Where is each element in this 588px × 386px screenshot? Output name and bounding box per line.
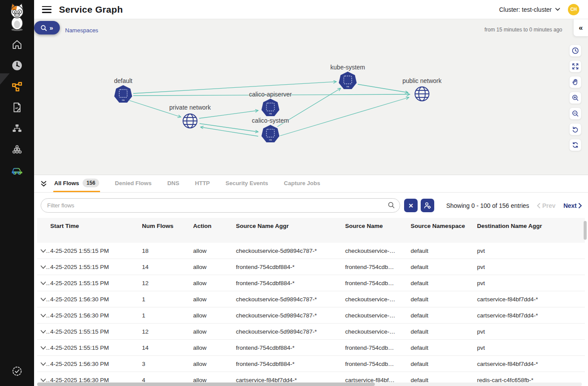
col-start-time[interactable]: Start Time bbox=[50, 223, 142, 230]
sidebar-item-home[interactable] bbox=[11, 38, 23, 51]
zoom-in-icon bbox=[572, 94, 579, 101]
table-row[interactable]: 4-25-2025 1:55:15 PM 12 allow checkoutse… bbox=[37, 324, 585, 340]
double-chevron-down-icon bbox=[40, 180, 47, 187]
graph-node-label: default bbox=[114, 77, 132, 84]
svg-text:ns: ns bbox=[269, 138, 272, 141]
cluster-selector-label: Cluster: test-cluster bbox=[499, 6, 552, 13]
time-range-label: from 15 minutes to 0 minutes ago bbox=[484, 27, 562, 33]
sidebar-item-dashboard[interactable] bbox=[11, 59, 23, 72]
clear-filter-button[interactable]: ✕ bbox=[404, 199, 418, 212]
table-row[interactable]: 4-25-2025 1:55:15 PM 14 allow frontend-7… bbox=[37, 259, 585, 275]
expand-row-icon[interactable] bbox=[41, 379, 46, 382]
col-source-name[interactable]: Source Name bbox=[345, 223, 411, 230]
horizontal-scrollbar[interactable] bbox=[37, 383, 582, 386]
graph-node-label: kube-system bbox=[330, 64, 365, 71]
tab-label: All Flows bbox=[54, 180, 79, 186]
expand-row-icon[interactable] bbox=[41, 346, 46, 350]
tab-security-events[interactable]: Security Events bbox=[225, 175, 269, 192]
flows-panel: All Flows 156 Denied Flows DNS HTTP Secu… bbox=[34, 175, 588, 386]
graph-node-label: calico-system bbox=[252, 117, 289, 124]
expand-row-icon[interactable] bbox=[41, 314, 46, 317]
sidebar-item-service-graph[interactable] bbox=[11, 80, 23, 93]
col-source-name-aggr[interactable]: Source Name Aggr bbox=[236, 223, 345, 230]
undo-icon bbox=[572, 126, 579, 133]
expand-row-icon[interactable] bbox=[41, 249, 46, 253]
flow-count-badge: 156 bbox=[83, 179, 99, 187]
graph-node-calico-system[interactable]: ns bbox=[261, 124, 280, 144]
chevron-left-icon bbox=[537, 203, 540, 208]
page-title: Service Graph bbox=[59, 4, 123, 15]
car-icon bbox=[11, 165, 23, 176]
tab-all-flows[interactable]: All Flows 156 bbox=[53, 175, 100, 192]
sidebar-item-compliance[interactable] bbox=[11, 365, 23, 377]
prev-page-button[interactable]: Prev bbox=[537, 202, 555, 209]
collapse-flows-button[interactable] bbox=[40, 180, 47, 187]
refresh-icon bbox=[572, 141, 579, 148]
double-chevron-left-icon: « bbox=[579, 24, 583, 32]
refresh-button[interactable] bbox=[569, 139, 581, 151]
expand-row-icon[interactable] bbox=[41, 282, 46, 285]
gauge-icon bbox=[12, 60, 22, 71]
col-num-flows[interactable]: Num Flows bbox=[142, 223, 193, 230]
col-dest-name-aggr[interactable]: Destination Name Aggr bbox=[477, 223, 585, 230]
svg-text:ns: ns bbox=[269, 112, 272, 115]
table-row[interactable]: 4-25-2025 1:55:15 PM 14 allow frontend-7… bbox=[37, 340, 585, 356]
expand-row-icon[interactable] bbox=[41, 330, 46, 334]
tab-denied-flows[interactable]: Denied Flows bbox=[114, 175, 152, 192]
table-row[interactable]: 4-25-2025 1:55:15 PM 18 allow checkoutse… bbox=[37, 243, 585, 259]
sitemap-icon bbox=[12, 123, 22, 134]
zoom-out-icon bbox=[572, 110, 579, 117]
calico-cat-logo[interactable] bbox=[7, 3, 28, 31]
expand-icon bbox=[572, 63, 579, 70]
user-gear-icon bbox=[424, 202, 431, 209]
svg-text:ns: ns bbox=[122, 99, 125, 101]
flows-tabbar: All Flows 156 Denied Flows DNS HTTP Secu… bbox=[34, 175, 588, 193]
expand-row-icon[interactable] bbox=[41, 265, 46, 269]
horizontal-scrollbar-thumb[interactable] bbox=[37, 383, 375, 386]
tab-http[interactable]: HTTP bbox=[194, 175, 211, 192]
filter-flows-input[interactable] bbox=[41, 198, 400, 213]
tab-capture-jobs[interactable]: Capture Jobs bbox=[283, 175, 321, 192]
pan-button[interactable] bbox=[569, 76, 581, 88]
vertical-scrollbar-thumb[interactable] bbox=[584, 221, 587, 240]
search-icon bbox=[41, 25, 47, 31]
expand-row-icon[interactable] bbox=[41, 298, 46, 301]
graph-node-default[interactable]: ns bbox=[114, 85, 133, 104]
chevron-down-icon bbox=[555, 8, 560, 11]
cluster-icon bbox=[12, 144, 22, 155]
zoom-in-button[interactable] bbox=[569, 92, 581, 104]
filter-row: ✕ Showing 0 - 100 of 156 entries Prev Ne… bbox=[34, 193, 588, 218]
graph-node-calico-apiserver[interactable]: ns bbox=[261, 98, 280, 117]
check-badge-icon bbox=[11, 365, 23, 377]
graph-node-public-network[interactable] bbox=[414, 86, 430, 102]
table-row[interactable]: 4-25-2025 1:56:30 PM 1 allow checkoutser… bbox=[37, 307, 585, 324]
avatar[interactable]: CH bbox=[568, 4, 579, 15]
sidebar-item-clusters[interactable] bbox=[11, 143, 23, 155]
expand-row-icon[interactable] bbox=[41, 362, 46, 366]
expand-search-icon: » bbox=[49, 24, 53, 31]
next-page-button[interactable]: Next bbox=[564, 202, 582, 209]
cluster-selector[interactable]: Cluster: test-cluster bbox=[499, 6, 560, 13]
undo-layout-button[interactable] bbox=[569, 123, 581, 135]
graph-search-button[interactable]: » bbox=[34, 21, 60, 34]
fit-view-button[interactable] bbox=[569, 60, 581, 72]
graph-node-private-network[interactable] bbox=[182, 113, 198, 129]
col-action[interactable]: Action bbox=[193, 223, 236, 230]
tab-dns[interactable]: DNS bbox=[166, 175, 180, 192]
graph-node-kube-system[interactable]: ns bbox=[338, 71, 357, 90]
menu-toggle-button[interactable] bbox=[42, 6, 52, 13]
collapse-panel-button[interactable]: « bbox=[573, 19, 588, 37]
table-row[interactable]: 4-25-2025 1:56:30 PM 3 allow frontend-75… bbox=[37, 356, 585, 372]
col-source-namespace[interactable]: Source Namespace bbox=[411, 223, 477, 230]
time-settings-button[interactable] bbox=[569, 45, 581, 57]
table-row[interactable]: 4-25-2025 1:56:30 PM 1 allow checkoutser… bbox=[37, 291, 585, 307]
sidebar-item-flow-logs[interactable] bbox=[11, 101, 23, 114]
breadcrumb[interactable]: Namespaces bbox=[65, 27, 98, 34]
sidebar-item-recommendations[interactable] bbox=[11, 164, 23, 176]
service-graph-canvas[interactable]: default private network calico-apiserver… bbox=[34, 19, 588, 175]
graph-toolbar bbox=[569, 45, 581, 151]
column-settings-button[interactable] bbox=[421, 199, 434, 212]
table-row[interactable]: 4-25-2025 1:55:15 PM 12 allow frontend-7… bbox=[37, 275, 585, 291]
sidebar-item-network[interactable] bbox=[11, 122, 23, 134]
zoom-out-button[interactable] bbox=[569, 107, 581, 120]
